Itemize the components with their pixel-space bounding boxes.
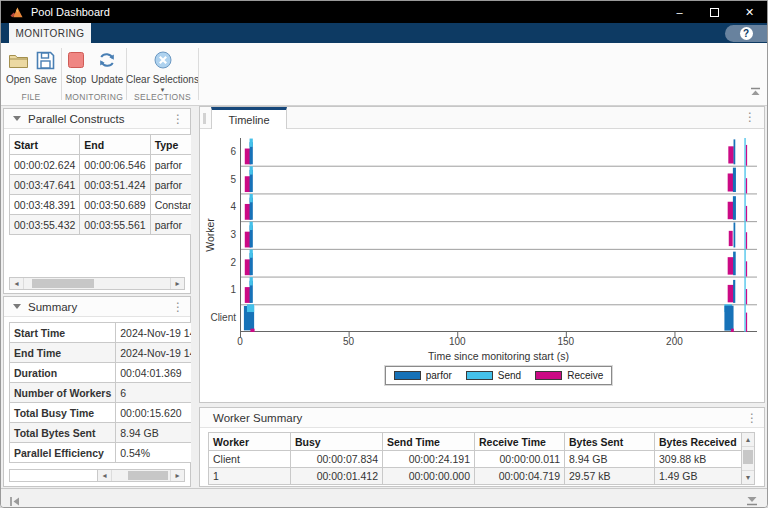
timeline-bar-parfor[interactable] (733, 252, 736, 276)
column-header-end[interactable]: End (80, 135, 150, 155)
timeline-bar-parfor[interactable] (724, 306, 733, 331)
open-label: Open (6, 74, 30, 85)
table-cell: 8.94 GB (565, 451, 655, 468)
x-tick-label: 200 (654, 336, 694, 347)
table-cell: 00:00:01.412 (291, 468, 383, 485)
timeline-bar-receive[interactable] (746, 313, 747, 332)
table-row[interactable]: Client00:00:07.83400:00:24.19100:00:00.0… (209, 451, 742, 468)
table-cell: 00:00:06.546 (80, 155, 150, 175)
scrollbar-thumb[interactable] (128, 471, 168, 480)
collapse-panel-icon[interactable] (13, 116, 21, 121)
column-header-receive-time[interactable]: Receive Time (475, 433, 565, 451)
timeline-bar-send[interactable] (744, 166, 745, 194)
stop-button[interactable]: Stop (65, 49, 87, 85)
timeline-bar-send[interactable] (744, 304, 745, 332)
table-cell: 00:00:00.011 (475, 451, 565, 468)
collapse-panel-icon[interactable] (13, 304, 21, 309)
timeline-bar-receive[interactable] (728, 146, 733, 163)
timeline-bar-parfor[interactable] (734, 139, 736, 164)
column-header-bytes-received[interactable]: Bytes Received (655, 433, 742, 451)
open-button[interactable]: Open (6, 49, 30, 85)
scrollbar-thumb[interactable] (743, 450, 753, 464)
kebab-menu-icon[interactable]: ⋮ (746, 413, 758, 423)
timeline-bar-receive[interactable] (746, 178, 747, 193)
scrollbar-track[interactable] (23, 278, 171, 289)
scroll-down-icon[interactable]: ▾ (742, 471, 754, 484)
timeline-bar-receive[interactable] (746, 232, 747, 249)
tab-timeline[interactable]: Timeline (211, 107, 287, 129)
timeline-bar-send[interactable] (250, 166, 253, 174)
timeline-bar-receive[interactable] (731, 329, 734, 332)
y-tick-label: 1 (200, 284, 236, 295)
timeline-bar-parfor[interactable] (734, 223, 736, 248)
table-row[interactable]: 00:03:55.43200:03:55.561parfor (10, 215, 211, 235)
timeline-bar-send[interactable] (744, 277, 745, 305)
table-cell: 00:00:00.000 (383, 468, 475, 485)
column-header-busy[interactable]: Busy (291, 433, 383, 451)
kebab-menu-icon[interactable]: ⋮ (172, 302, 184, 312)
scroll-up-icon[interactable]: ▴ (742, 433, 754, 446)
timeline-bar-receive[interactable] (746, 289, 747, 304)
scroll-left-icon[interactable]: ◂ (10, 278, 23, 289)
scrollbar-track[interactable] (111, 470, 171, 481)
timeline-bar-receive[interactable] (746, 206, 747, 221)
timeline-bar-send[interactable] (247, 304, 254, 312)
ribbon-group-file: Open Save FILE (1, 43, 61, 105)
kebab-menu-icon[interactable]: ⋮ (172, 114, 184, 124)
timeline-bar-receive[interactable] (746, 145, 747, 166)
scroll-right-icon[interactable]: ▸ (171, 278, 184, 289)
timeline-bar-receive[interactable] (728, 257, 734, 274)
vertical-splitter[interactable] (191, 106, 199, 488)
timeline-bar-send[interactable] (744, 249, 745, 277)
timeline-bar-send[interactable] (250, 139, 253, 147)
table-row[interactable]: 00:00:02.62400:00:06.546parfor (10, 155, 211, 175)
timeline-bar-send[interactable] (744, 221, 745, 249)
scrollbar-thumb[interactable] (32, 279, 94, 288)
table-row[interactable]: 100:00:01.41200:00:00.00000:00:04.71929.… (209, 468, 742, 485)
timeline-bar-send[interactable] (250, 277, 253, 285)
window-title: Pool Dashboard (31, 6, 110, 18)
timeline-bar-send[interactable] (250, 249, 253, 257)
column-header-start[interactable]: Start (10, 135, 80, 155)
table-cell: 00:03:55.561 (80, 215, 150, 235)
ribbon-group-monitoring: Stop Update MONITORING (62, 43, 126, 105)
close-button[interactable]: ✕ (732, 1, 767, 23)
scroll-left-icon[interactable]: ◂ (98, 470, 111, 481)
save-button[interactable]: Save (34, 49, 57, 85)
table-cell: Number of Workers (10, 383, 116, 403)
timeline-bar-send[interactable] (744, 193, 745, 221)
collapse-ribbon-icon[interactable] (750, 82, 761, 100)
timeline-bar-send[interactable] (250, 222, 253, 230)
dock-left-icon[interactable] (9, 493, 21, 508)
timeline-bar-parfor[interactable] (733, 196, 736, 220)
scrollbar-track[interactable] (742, 446, 754, 471)
timeline-chart[interactable] (240, 138, 757, 338)
table-header-row: Start End Type (10, 135, 211, 155)
kebab-menu-icon[interactable]: ⋮ (744, 112, 756, 123)
timeline-bar-receive[interactable] (250, 329, 254, 332)
help-button[interactable]: ? (725, 25, 767, 42)
column-header-worker[interactable]: Worker (209, 433, 291, 451)
minimize-button[interactable]: – (662, 1, 697, 23)
timeline-bar-send[interactable] (250, 194, 253, 202)
worker-summary-title: Worker Summary (213, 412, 302, 424)
timeline-bar-parfor[interactable] (733, 168, 736, 192)
clear-selections-button[interactable]: Clear Selections ▾ (127, 49, 198, 93)
drag-handle-icon[interactable] (203, 113, 206, 124)
column-header-send-time[interactable]: Send Time (383, 433, 475, 451)
timeline-bar-receive[interactable] (746, 261, 747, 276)
tab-monitoring[interactable]: MONITORING (9, 23, 91, 43)
table-row[interactable]: 00:03:48.39100:03:50.689Constant (10, 195, 211, 215)
timeline-bar-receive[interactable] (729, 231, 733, 246)
timeline-bar-send[interactable] (744, 138, 745, 166)
table-cell: 00:00:24.191 (383, 451, 475, 468)
scroll-right-icon[interactable]: ▸ (171, 470, 184, 481)
table-row[interactable]: 00:03:47.64100:03:51.424parfor (10, 175, 211, 195)
timeline-bar-receive[interactable] (728, 285, 734, 302)
update-button[interactable]: Update (91, 49, 123, 85)
column-header-bytes-sent[interactable]: Bytes Sent (565, 433, 655, 451)
collapse-bottom-icon[interactable] (746, 493, 758, 508)
save-icon (34, 49, 56, 71)
timeline-bar-parfor[interactable] (733, 280, 735, 303)
maximize-button[interactable] (697, 1, 732, 23)
